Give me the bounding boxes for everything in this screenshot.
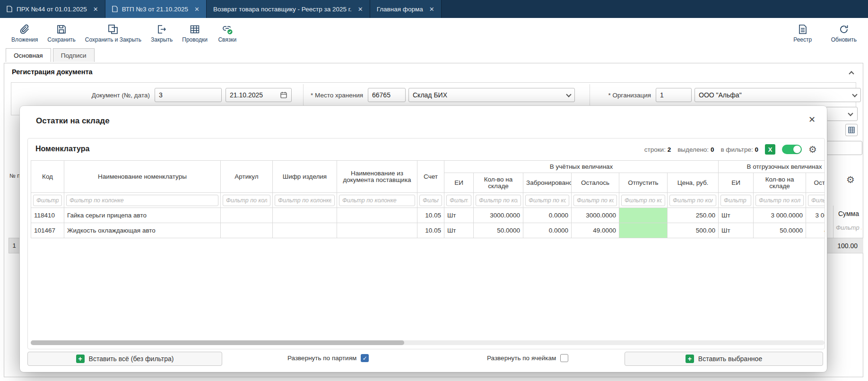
- window-tab-prh44[interactable]: ПРХ №44 от 01.01.2025 ✕: [0, 0, 105, 18]
- filter-input-account[interactable]: [419, 195, 442, 206]
- tab-main[interactable]: Основная: [6, 48, 51, 62]
- table-row[interactable]: 101467 Жидкость охлаждающая авто 10.05 Ш…: [31, 223, 825, 238]
- filter-input-article[interactable]: [223, 195, 270, 206]
- close-doc-icon: [156, 24, 167, 35]
- organization-select[interactable]: ООО "Альфа": [694, 88, 861, 102]
- close-tab-icon[interactable]: ✕: [358, 6, 363, 13]
- filter-input-code[interactable]: [33, 195, 62, 206]
- attachments-button[interactable]: Вложения: [7, 22, 43, 45]
- grid-icon: [848, 127, 855, 133]
- filter-input-remaining[interactable]: [573, 195, 617, 206]
- close-tab-icon[interactable]: ✕: [194, 6, 200, 13]
- background-input-fragment[interactable]: [823, 141, 862, 155]
- document-icon: [112, 6, 118, 12]
- filter-input-cipher[interactable]: [275, 195, 335, 206]
- filter-input-release[interactable]: [621, 195, 665, 206]
- filter-input-remaining2[interactable]: [808, 195, 825, 206]
- toolbar-label: Сохранить: [47, 36, 76, 43]
- cell-release-editable[interactable]: [619, 223, 668, 238]
- cell-unit2: Шт: [719, 208, 754, 223]
- cell-name: Гайка серьги прицепа авто: [64, 208, 221, 223]
- cell-reserved: 0.0000: [523, 223, 572, 238]
- storage-select[interactable]: Склад БИХ: [408, 88, 575, 102]
- background-sum-filter[interactable]: Фильтр п: [836, 224, 861, 231]
- col-header-name[interactable]: Наименование номенклатуры: [64, 161, 221, 193]
- toolbar-label: Закрыть: [151, 36, 173, 43]
- filter-input-unit[interactable]: [446, 195, 471, 206]
- filter-input-qty[interactable]: [476, 195, 521, 206]
- col-header-qty-stock[interactable]: Кол-во на складе: [474, 173, 523, 193]
- modal-title: Остатки на складе: [36, 116, 110, 126]
- col-header-cipher[interactable]: Шифр изделия: [273, 161, 337, 193]
- cell-remaining2: 3 000.0000: [806, 208, 825, 223]
- cell-supplier-doc: [337, 208, 417, 223]
- save-icon: [56, 24, 67, 35]
- modal-footer: + Вставить всё (без фильтра) Развернуть …: [27, 352, 823, 366]
- postings-button[interactable]: Проводки: [177, 22, 212, 45]
- paperclip-icon: [19, 24, 30, 35]
- col-header-remaining2[interactable]: Осталось: [806, 173, 825, 193]
- col-header-supplier-doc-name[interactable]: Наименование из документа поставщика: [337, 161, 417, 193]
- nomenclature-panel: Номенклатура строки: 2 выделено: 0 в фил…: [27, 138, 825, 349]
- col-header-reserved[interactable]: Забронировано: [523, 173, 572, 193]
- collapse-section-button[interactable]: [850, 69, 855, 75]
- insert-all-button[interactable]: + Вставить всё (без фильтра): [27, 352, 222, 366]
- links-button[interactable]: Связки: [212, 22, 243, 45]
- col-header-account[interactable]: Счет: [417, 161, 444, 193]
- col-header-price[interactable]: Цена, руб.: [668, 173, 719, 193]
- storage-code-input[interactable]: 66765: [368, 88, 406, 102]
- close-modal-icon[interactable]: ✕: [808, 114, 816, 125]
- filter-input-price[interactable]: [669, 195, 716, 206]
- tab-signatures[interactable]: Подписи: [53, 48, 95, 62]
- close-tab-icon[interactable]: ✕: [429, 6, 434, 13]
- scrollbar-thumb[interactable]: [31, 340, 404, 345]
- expand-batches-checkbox[interactable]: ✓: [361, 354, 369, 362]
- cell-release-editable[interactable]: [619, 208, 668, 223]
- col-header-article[interactable]: Артикул: [221, 161, 273, 193]
- filter-input-supplier-doc[interactable]: [339, 195, 415, 206]
- filter-input-unit2[interactable]: [720, 195, 751, 206]
- table-settings-gear-icon[interactable]: ⚙: [808, 145, 817, 154]
- expand-cells-checkbox[interactable]: [560, 354, 568, 362]
- col-header-remaining[interactable]: Осталось: [572, 173, 619, 193]
- window-tab-label: ПРХ №44 от 01.01.2025: [17, 6, 87, 13]
- cell-qty2: 50.0000: [754, 223, 806, 238]
- save-button[interactable]: Сохранить: [43, 22, 80, 45]
- refresh-button[interactable]: Обновить: [826, 22, 861, 45]
- links-check-icon: [222, 24, 233, 35]
- col-header-release[interactable]: Отпустить: [619, 173, 668, 193]
- save-and-close-button[interactable]: Сохранить и Закрыть: [80, 22, 146, 45]
- group-header-shipping-units: В отгрузочных величинах: [719, 161, 825, 173]
- group-header-accounting-units: В учётных величинах: [444, 161, 719, 173]
- filter-input-reserved[interactable]: [525, 195, 569, 206]
- cell-qty: 3000.0000: [474, 208, 523, 223]
- background-gear-icon[interactable]: ⚙: [846, 175, 855, 184]
- col-header-qty-stock2[interactable]: Кол-во на складе: [754, 173, 806, 193]
- window-tab-registry[interactable]: Возврат товара поставщику - Реестр за 20…: [207, 0, 370, 18]
- filter-cell: [572, 193, 619, 208]
- close-tab-icon[interactable]: ✕: [93, 6, 98, 13]
- insert-selected-button[interactable]: + Вставить выбранное: [625, 352, 823, 366]
- toolbar-label: Реестр: [793, 36, 812, 43]
- horizontal-scrollbar[interactable]: [31, 340, 825, 345]
- table-row[interactable]: 118410 Гайка серьги прицепа авто 10.05 Ш…: [31, 208, 825, 223]
- col-header-unit[interactable]: ЕИ: [444, 173, 474, 193]
- col-header-code[interactable]: Код: [31, 161, 64, 193]
- window-tab-vtp3[interactable]: ВТП №3 от 21.10.2025 ✕: [105, 0, 207, 18]
- organization-label: * Организация: [580, 92, 651, 99]
- organization-code-input[interactable]: 1: [656, 88, 692, 102]
- filter-cell: [523, 193, 572, 208]
- window-tab-main-form[interactable]: Главная форма ✕: [370, 0, 442, 18]
- background-lookup-button[interactable]: [845, 124, 858, 136]
- registry-button[interactable]: Реестр: [788, 22, 818, 45]
- filter-input-qty2[interactable]: [755, 195, 804, 206]
- excel-export-button[interactable]: X: [765, 144, 775, 155]
- cell-cipher: [273, 208, 337, 223]
- close-document-button[interactable]: Закрыть: [146, 22, 177, 45]
- filter-cell: [337, 193, 417, 208]
- chevron-up-icon: [849, 71, 854, 76]
- doc-number-input[interactable]: 3: [155, 88, 222, 102]
- filter-input-name[interactable]: [66, 195, 218, 206]
- filter-toggle-switch[interactable]: [782, 145, 802, 154]
- col-header-unit2[interactable]: ЕИ: [719, 173, 754, 193]
